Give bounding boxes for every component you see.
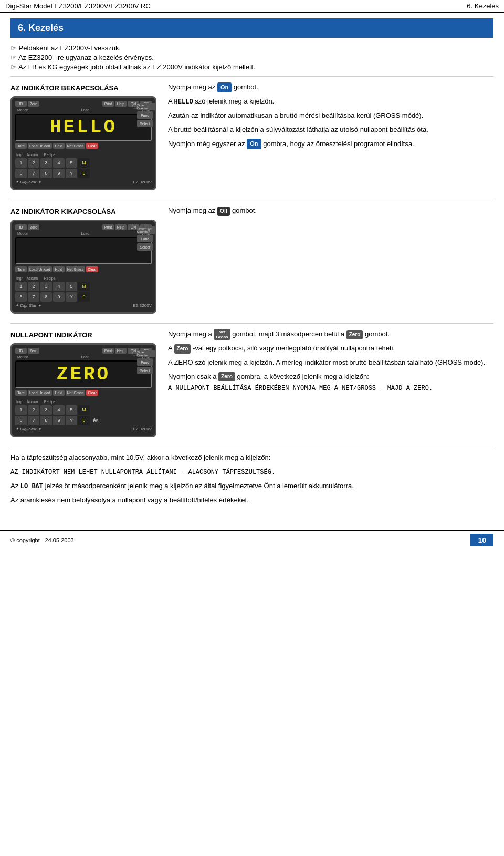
recipe-label-zero: Recipe bbox=[44, 400, 56, 404]
es-label: és bbox=[93, 418, 99, 424]
on-device-col: AZ INDIKÁTOR BEKAPCSOLÁSA ID Zero Print … bbox=[10, 82, 158, 190]
on-section: AZ INDIKÁTOR BEKAPCSOLÁSA ID Zero Print … bbox=[10, 82, 494, 190]
num-0: 0 bbox=[78, 169, 90, 178]
net-gross-btn-inline: NetGross bbox=[214, 329, 230, 340]
on-section-title: AZ INDIKÁTOR BEKAPCSOLÁSA bbox=[10, 84, 158, 92]
num-3-off: 3 bbox=[40, 282, 52, 291]
off-device-col: AZ INDIKÁTOR KIKAPCSOLÁSA ID Zero Print … bbox=[10, 205, 158, 314]
intro-line-1: ☞ Példaként az EZ3200V-t vesszük. bbox=[10, 44, 494, 52]
hello-mono: HELLO bbox=[174, 98, 193, 106]
divider-1 bbox=[10, 76, 494, 77]
num-9-off: 9 bbox=[53, 292, 65, 302]
brand-label-on: ✦ Digi-Star ✦ bbox=[15, 180, 41, 184]
screen-hello: HELLO bbox=[50, 117, 117, 138]
num-6-off: 6 bbox=[15, 292, 27, 302]
off-section-title: AZ INDIKÁTOR KIKAPCSOLÁSA bbox=[10, 208, 158, 215]
num-4-off: 4 bbox=[53, 282, 65, 291]
on-para4: A bruttó beállításnál a kijelzőn a súlyv… bbox=[168, 125, 494, 136]
keypad-off: Tare Load Unload Hold Net Gross Clear In… bbox=[15, 266, 152, 302]
accum-label: Accum bbox=[27, 153, 38, 157]
help-btn-off: Help bbox=[115, 224, 127, 230]
on-para1: Nyomja meg az On gombot. bbox=[168, 82, 494, 93]
on-btn-inline2: On bbox=[247, 139, 261, 149]
hold-btn: Hold bbox=[53, 143, 65, 149]
num-4: 4 bbox=[53, 158, 65, 168]
num-7: 7 bbox=[28, 169, 39, 178]
zero-btn-inline3: Zero bbox=[218, 372, 235, 381]
num-1-zero: 1 bbox=[15, 405, 27, 415]
num-9: 9 bbox=[53, 169, 65, 178]
select-btn-off: Select bbox=[137, 243, 153, 251]
num-m: M bbox=[78, 158, 90, 168]
clear-btn-off: Clear bbox=[86, 266, 98, 272]
bottom-para3: Az áramkiesés nem befolyásolya a nullapo… bbox=[10, 495, 494, 506]
motion-label-off: Motion bbox=[17, 232, 28, 235]
recipe-label-off: Recipe bbox=[44, 276, 56, 280]
id-btn-zero: ID bbox=[15, 348, 27, 354]
screen-blank bbox=[77, 240, 90, 262]
num-2: 2 bbox=[28, 158, 39, 168]
num-0-off: 0 bbox=[78, 292, 90, 302]
device-screen-off bbox=[15, 237, 152, 264]
num-0-zero: 0 bbox=[78, 416, 90, 425]
print-btn-off: Print bbox=[102, 224, 114, 230]
num-6-zero: 6 bbox=[15, 416, 27, 425]
select-btn-zero: Select bbox=[137, 367, 153, 374]
num-3-zero: 3 bbox=[40, 405, 52, 415]
num-y: Y bbox=[66, 169, 77, 178]
clear-btn-on: Clear bbox=[86, 143, 98, 149]
num-3: 3 bbox=[40, 158, 52, 168]
zero-para2: A Zero -val egy pótkocsi, siló vagy mérl… bbox=[168, 343, 494, 354]
intro-line-2: ☞ Az EZ3200 –re ugyanaz a kezelés érvény… bbox=[10, 54, 494, 61]
header-chapter: 6. Kezelés bbox=[467, 2, 499, 10]
bottom-mono-text: AZ INDIKÁTORT NEM LEHET NULLAPONTRA ÁLLÍ… bbox=[10, 469, 275, 476]
num-m-off: M bbox=[78, 282, 90, 291]
tare-btn: Tare bbox=[15, 143, 27, 149]
bottom-section: Ha a tápfeszültség alacsonyabb, mint 10.… bbox=[10, 452, 494, 506]
tare-btn-off: Tare bbox=[15, 266, 27, 272]
load-label-zero: Load bbox=[81, 355, 90, 359]
hold-btn-off: Hold bbox=[53, 266, 65, 272]
on-text-col: Nyomja meg az On gombot. A HELLO szó jel… bbox=[168, 82, 494, 152]
num-9-zero: 9 bbox=[53, 416, 65, 425]
clear-btn-zero: Clear bbox=[86, 390, 98, 396]
zero-para4: Nyomjon csak a Zero gombra, a következő … bbox=[168, 372, 494, 394]
load-unload-btn-off: Load Unload bbox=[28, 266, 52, 272]
num-5-zero: 5 bbox=[66, 405, 77, 415]
net-gross-btn-off: Net Gross bbox=[66, 266, 86, 272]
id-btn: ID bbox=[15, 101, 27, 107]
divider-4 bbox=[10, 447, 494, 447]
hold-btn-zero: Hold bbox=[53, 390, 65, 396]
select-btn: Select bbox=[137, 120, 153, 127]
device-on: ID Zero Print Help ON Off Motion Load Pr… bbox=[10, 96, 156, 190]
zero-btn-inline2: Zero bbox=[174, 344, 191, 354]
num-1-off: 1 bbox=[15, 282, 27, 291]
model-label-zero: EZ 3200V bbox=[133, 427, 152, 431]
off-btn-inline: Off bbox=[217, 207, 230, 216]
num-2-zero: 2 bbox=[28, 405, 39, 415]
num-7-zero: 7 bbox=[28, 416, 39, 425]
ingr-label-zero: Ingr bbox=[16, 400, 23, 404]
zero-para3: A ZERO szó jelenik meg a kijelzőn. A mér… bbox=[168, 357, 494, 368]
load-unload-btn-zero: Load Unload bbox=[28, 390, 52, 396]
num-8-off: 8 bbox=[40, 292, 52, 302]
page-number: 10 bbox=[470, 534, 494, 546]
intro-line-3: ☞ Az LB és KG egységek jobb oldalt állna… bbox=[10, 63, 494, 71]
zero-section-title: NULLAPONT INDIKÁTOR bbox=[10, 331, 158, 339]
model-label-off: EZ 3200V bbox=[133, 303, 152, 308]
ingr-label: Ingr bbox=[16, 153, 23, 157]
model-label-on: EZ 3200V bbox=[133, 180, 152, 184]
num-6: 6 bbox=[15, 169, 27, 178]
num-y-off: Y bbox=[66, 292, 77, 302]
function-btn-off: Func bbox=[137, 235, 153, 242]
header-title: Digi-Star Model EZ3200/EZ3200V/EZ3200V R… bbox=[5, 2, 151, 10]
tare-btn-zero: Tare bbox=[15, 390, 27, 396]
page-header: Digi-Star Model EZ3200/EZ3200V/EZ3200V R… bbox=[0, 0, 504, 13]
screen-zero: ZERO bbox=[57, 364, 110, 385]
on-para2: A HELLO szó jelenik meg a kijelzőn. bbox=[168, 96, 494, 107]
load-label-off: Load bbox=[81, 232, 90, 235]
help-btn: Help bbox=[115, 101, 127, 107]
page-footer: © copyright - 24.05.2003 10 bbox=[0, 530, 504, 550]
hand-icon-off: ☞ bbox=[144, 224, 153, 236]
num-5: 5 bbox=[66, 158, 77, 168]
